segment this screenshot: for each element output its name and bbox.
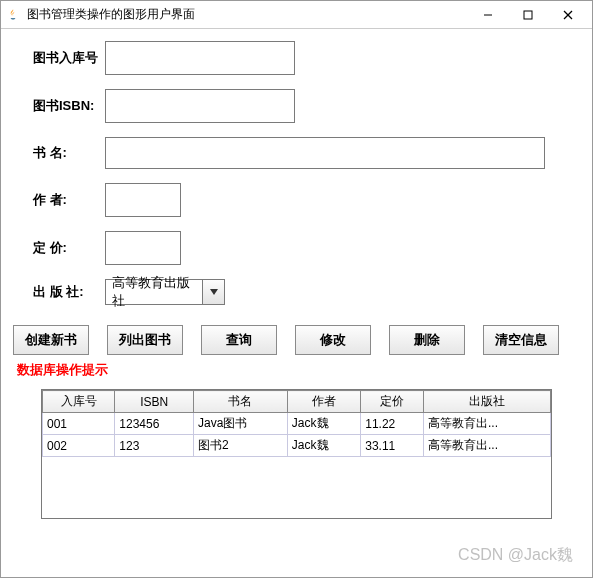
input-book-id[interactable] xyxy=(105,41,295,75)
cell[interactable]: 123 xyxy=(115,435,194,457)
label-isbn: 图书ISBN: xyxy=(33,97,105,115)
label-book-id: 图书入库号 xyxy=(33,49,105,67)
cell[interactable]: 11.22 xyxy=(361,413,424,435)
col-publisher[interactable]: 出版社 xyxy=(423,391,550,413)
title-bar: 图书管理类操作的图形用户界面 xyxy=(1,1,592,29)
form-area: 图书入库号 图书ISBN: 书 名: 作 者: 定 价: 出 版 社: 高等教育… xyxy=(13,37,580,323)
data-table-container: 入库号 ISBN 书名 作者 定价 出版社 001 123456 Java图书 … xyxy=(41,389,552,519)
delete-button[interactable]: 删除 xyxy=(389,325,465,355)
chevron-down-icon[interactable] xyxy=(202,280,224,304)
cell[interactable]: Jack魏 xyxy=(287,435,360,457)
publisher-selected: 高等教育出版社 xyxy=(106,280,202,304)
cell[interactable]: 高等教育出... xyxy=(423,435,550,457)
close-button[interactable] xyxy=(548,2,588,28)
label-publisher: 出 版 社: xyxy=(33,283,105,301)
cell[interactable]: Jack魏 xyxy=(287,413,360,435)
cell[interactable]: 图书2 xyxy=(194,435,288,457)
label-author: 作 者: xyxy=(33,191,105,209)
col-price[interactable]: 定价 xyxy=(361,391,424,413)
table-header-row: 入库号 ISBN 书名 作者 定价 出版社 xyxy=(43,391,551,413)
window-controls xyxy=(468,2,588,28)
java-icon xyxy=(5,7,21,23)
status-message: 数据库操作提示 xyxy=(13,359,580,389)
window-title: 图书管理类操作的图形用户界面 xyxy=(27,6,468,23)
col-name[interactable]: 书名 xyxy=(194,391,288,413)
content-pane: 图书入库号 图书ISBN: 书 名: 作 者: 定 价: 出 版 社: 高等教育… xyxy=(1,29,592,519)
input-author[interactable] xyxy=(105,183,181,217)
col-id[interactable]: 入库号 xyxy=(43,391,115,413)
button-row: 创建新书 列出图书 查询 修改 删除 清空信息 xyxy=(13,323,580,359)
cell[interactable]: 高等教育出... xyxy=(423,413,550,435)
clear-button[interactable]: 清空信息 xyxy=(483,325,559,355)
input-isbn[interactable] xyxy=(105,89,295,123)
col-author[interactable]: 作者 xyxy=(287,391,360,413)
svg-rect-1 xyxy=(524,11,532,19)
input-price[interactable] xyxy=(105,231,181,265)
svg-marker-4 xyxy=(210,289,218,295)
cell[interactable]: 123456 xyxy=(115,413,194,435)
cell[interactable]: 33.11 xyxy=(361,435,424,457)
table-row[interactable]: 002 123 图书2 Jack魏 33.11 高等教育出... xyxy=(43,435,551,457)
label-price: 定 价: xyxy=(33,239,105,257)
watermark: CSDN @Jack魏 xyxy=(458,545,573,566)
query-button[interactable]: 查询 xyxy=(201,325,277,355)
label-book-name: 书 名: xyxy=(33,144,105,162)
list-button[interactable]: 列出图书 xyxy=(107,325,183,355)
cell[interactable]: Java图书 xyxy=(194,413,288,435)
col-isbn[interactable]: ISBN xyxy=(115,391,194,413)
data-table[interactable]: 入库号 ISBN 书名 作者 定价 出版社 001 123456 Java图书 … xyxy=(42,390,551,457)
modify-button[interactable]: 修改 xyxy=(295,325,371,355)
minimize-button[interactable] xyxy=(468,2,508,28)
input-book-name[interactable] xyxy=(105,137,545,169)
create-button[interactable]: 创建新书 xyxy=(13,325,89,355)
maximize-button[interactable] xyxy=(508,2,548,28)
cell[interactable]: 002 xyxy=(43,435,115,457)
publisher-combobox[interactable]: 高等教育出版社 xyxy=(105,279,225,305)
cell[interactable]: 001 xyxy=(43,413,115,435)
table-row[interactable]: 001 123456 Java图书 Jack魏 11.22 高等教育出... xyxy=(43,413,551,435)
